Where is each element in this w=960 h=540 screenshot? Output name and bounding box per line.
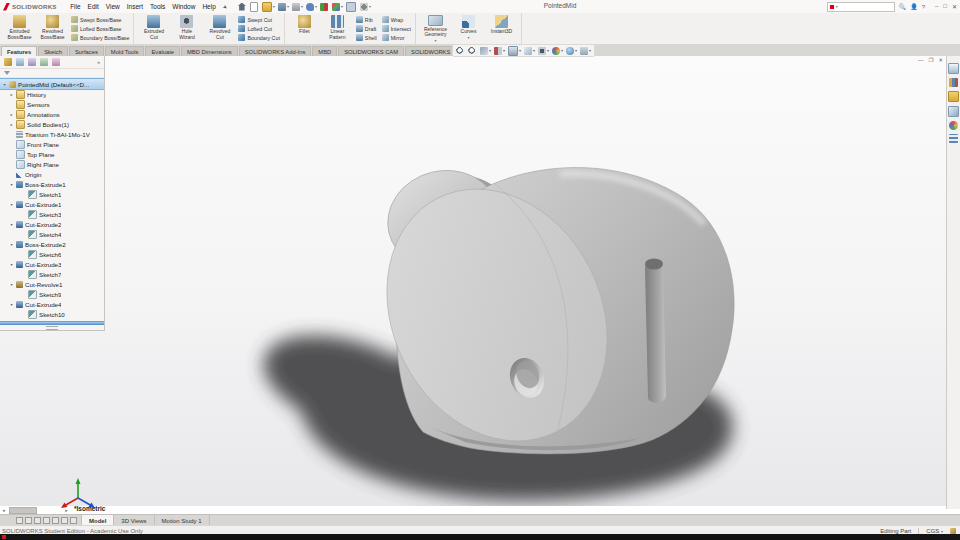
ribbon-button[interactable]: Hole Wizard [170, 14, 203, 43]
panel-more-icon[interactable]: » [97, 59, 100, 65]
scrollbar-thumb[interactable] [9, 507, 37, 514]
menu-item[interactable]: File [67, 3, 84, 10]
expand-arrow[interactable]: ▸ [9, 122, 14, 127]
command-tab[interactable]: SOLIDWORKS CAM [338, 46, 404, 56]
tree-item[interactable]: ▾ Boss-Extrude2 [0, 239, 104, 249]
ribbon-button[interactable]: Rib [356, 15, 377, 24]
expand-arrow[interactable]: ▾ [9, 302, 14, 307]
solidworks-resources-icon[interactable] [948, 63, 959, 74]
tree-item[interactable]: ▾ Cut-Extrude4 [0, 299, 104, 309]
expand-arrow[interactable]: ▾ [9, 242, 14, 247]
command-tab[interactable]: SOLIDWORKS Add-Ins [239, 46, 312, 56]
displaymanager-tab-icon[interactable] [52, 58, 60, 66]
ribbon-button[interactable]: Extruded Cut [137, 14, 170, 43]
quick-access-button[interactable] [346, 2, 357, 12]
heads-up-button[interactable]: ▾ [508, 46, 521, 56]
heads-up-button[interactable] [468, 47, 477, 55]
ribbon-button[interactable]: Swept Cut [238, 15, 279, 24]
tree-item[interactable]: Origin [0, 169, 104, 179]
command-tab[interactable]: Surfaces [69, 46, 104, 56]
view-palette-icon[interactable] [948, 106, 959, 117]
quick-access-button[interactable] [238, 3, 247, 11]
expand-arrow[interactable]: ▾ [9, 262, 14, 267]
ribbon-button[interactable]: Draft [356, 24, 377, 33]
expand-arrow[interactable]: ▾ [9, 282, 14, 287]
pin-icon[interactable]: ➤ [222, 3, 229, 11]
ribbon-button[interactable]: Lofted Cut [238, 24, 279, 33]
heads-up-button[interactable]: ▾ [524, 47, 535, 55]
doc-minimize-button[interactable]: — [918, 57, 924, 63]
tree-item[interactable]: ▾ PointedMid (Default<<D... [0, 79, 104, 89]
tree-item[interactable]: ▾ Cut-Extrude2 [0, 219, 104, 229]
tree-item[interactable]: Sketch9 [0, 289, 104, 299]
heads-up-button[interactable]: ▾ [566, 47, 577, 55]
ribbon-button[interactable]: Swept Boss/Base [71, 15, 129, 24]
ribbon-button[interactable]: Lofted Boss/Base [71, 24, 129, 33]
ribbon-button[interactable]: Mirror [382, 33, 411, 42]
ribbon-button[interactable]: Reference Geometry ▾ [419, 14, 452, 43]
menu-item[interactable]: Insert [123, 3, 146, 10]
heads-up-button[interactable]: ▾ [538, 47, 549, 55]
panel-resize-grip[interactable] [0, 325, 104, 330]
expand-arrow[interactable]: ▸ [9, 92, 14, 97]
expand-arrow[interactable]: ▾ [9, 182, 14, 187]
units-selector[interactable]: CGS ▾ [926, 528, 943, 534]
user-icon[interactable]: 👤 [910, 3, 918, 10]
command-tab[interactable]: MBD [312, 46, 337, 56]
command-tab[interactable]: Mold Tools [105, 46, 145, 56]
quick-access-button[interactable]: ▾ [306, 3, 317, 11]
tree-item[interactable]: ▸ Annotations [0, 109, 104, 119]
tree-item[interactable]: Sketch7 [0, 269, 104, 279]
tree-filter[interactable] [0, 69, 104, 78]
quick-access-button[interactable]: ▾ [332, 3, 343, 11]
propertymanager-tab-icon[interactable] [16, 58, 24, 66]
menu-item[interactable]: Help [199, 3, 219, 10]
menu-item[interactable]: Window [169, 3, 199, 10]
ribbon-button[interactable]: Linear Pattern [321, 14, 354, 43]
menu-item[interactable]: Tools [147, 3, 169, 10]
heads-up-button[interactable]: ▾ [552, 47, 563, 55]
menu-item[interactable]: View [102, 3, 123, 10]
expand-arrow[interactable]: ▾ [9, 222, 14, 227]
tree-item[interactable]: Sketch6 [0, 249, 104, 259]
tree-item[interactable]: Sketch3 [0, 209, 104, 219]
heads-up-button[interactable]: ▾ [580, 47, 591, 55]
status-tag-icon[interactable] [950, 528, 956, 534]
ribbon-button[interactable]: Boundary Boss/Base [71, 33, 129, 42]
ribbon-button[interactable]: Boundary Cut [238, 33, 279, 42]
file-explorer-icon[interactable] [948, 91, 959, 102]
tree-item[interactable]: ▾ Boss-Extrude1 [0, 179, 104, 189]
command-tab[interactable]: Sketch [38, 46, 68, 56]
heads-up-button[interactable]: ▾ [480, 47, 491, 55]
tree-item[interactable]: Sketch10 [0, 309, 104, 319]
tree-item[interactable]: ▸ Solid Bodies(1) [0, 119, 104, 129]
quick-access-button[interactable]: ▾ [292, 3, 303, 11]
ribbon-button[interactable]: Extruded Boss/Base [3, 14, 36, 43]
tree-item[interactable]: Sensors [0, 99, 104, 109]
heads-up-button[interactable]: ▾ [494, 47, 505, 55]
command-tab[interactable]: Evaluate [145, 46, 180, 56]
horizontal-scrollbar[interactable]: ◂ ▸ [0, 506, 220, 514]
design-library-icon[interactable] [949, 78, 958, 87]
minimize-button[interactable]: – [935, 3, 938, 10]
ribbon-button[interactable]: Curves ▾ [452, 14, 485, 43]
ribbon-button[interactable]: Revolved Boss/Base [36, 14, 69, 43]
heads-up-button[interactable] [456, 47, 465, 55]
expand-arrow[interactable]: ▾ [9, 202, 14, 207]
maximize-button[interactable]: □ [943, 3, 947, 10]
graphics-area[interactable] [0, 56, 960, 506]
doc-restore-button[interactable]: ❐ [928, 57, 933, 63]
featuremanager-tab-icon[interactable] [4, 58, 12, 66]
ribbon-button[interactable]: Instant3D [485, 14, 518, 43]
tree-item[interactable]: ▸ History [0, 89, 104, 99]
dimxpertmanager-tab-icon[interactable] [40, 58, 48, 66]
menu-item[interactable]: Edit [84, 3, 102, 10]
quick-access-button[interactable]: ▾ [262, 2, 275, 12]
quick-access-button[interactable]: ▾ [278, 3, 289, 11]
search-input[interactable]: ▾ [827, 2, 895, 12]
expand-arrow[interactable]: ▾ [2, 82, 7, 87]
ribbon-button[interactable]: Shell [356, 33, 377, 42]
custom-properties-icon[interactable] [949, 134, 958, 143]
tree-item[interactable]: Right Plane [0, 159, 104, 169]
quick-access-button[interactable] [320, 3, 329, 11]
